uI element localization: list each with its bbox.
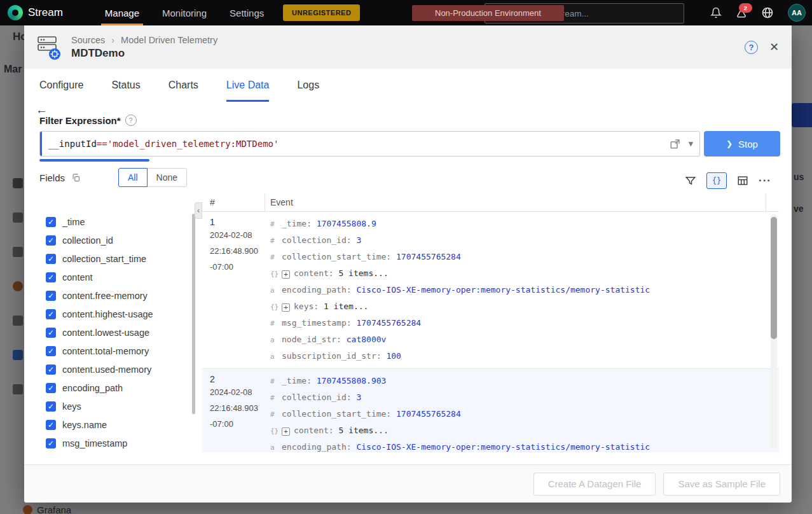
event-field-line: aencoding_path: Cisco-IOS-XE-memory-oper… [270,282,774,298]
help-icon[interactable]: ? [745,41,758,54]
type-obj-icon: {} [270,266,282,282]
source-icon [34,34,64,60]
stop-button[interactable]: ❯ Stop [704,131,780,156]
events-table: {} ··· # Event 12024-02-0822:16:48.900-0… [202,168,779,452]
save-sample-button[interactable]: Save as Sample File [663,473,780,496]
filter-help-icon[interactable]: ? [125,115,137,126]
field-row[interactable]: ✓keys [39,397,187,415]
tab-configure[interactable]: Configure [39,69,83,102]
lab-flask-icon[interactable]: 2 [736,7,747,18]
field-row[interactable]: ✓content.free-memory [39,286,187,305]
field-label: content.total-memory [62,346,149,356]
scrollbar-thumb[interactable] [771,217,777,339]
globe-help-icon[interactable] [761,6,774,19]
tab-logs[interactable]: Logs [297,69,319,102]
type-obj-icon: {} [270,299,282,315]
field-row[interactable]: ✓content.used-memory [39,360,187,379]
column-header-num[interactable]: # [202,193,265,211]
notification-count-badge: 2 [739,3,752,13]
field-checkbox[interactable]: ✓ [46,272,56,282]
stop-button-label: Stop [738,139,758,149]
close-icon[interactable]: ✕ [769,40,779,54]
field-label: content.used-memory [62,365,151,375]
fields-scrollbar[interactable] [192,214,195,414]
field-checkbox[interactable]: ✓ [46,235,56,246]
expand-editor-icon[interactable] [670,138,681,149]
field-checkbox[interactable]: ✓ [46,420,56,430]
tab-charts[interactable]: Charts [169,69,198,102]
avatar[interactable]: AA [788,4,806,22]
modal-footer: Create A Datagen File Save as Sample Fil… [24,464,792,503]
type-num-icon: # [270,406,282,422]
event-cell: #_time: 1707455808.903#collection_id: 3#… [265,369,779,452]
table-row[interactable]: 12024-02-0822:16:48.900-07:00#_time: 170… [202,212,779,369]
field-checkbox[interactable]: ✓ [46,217,56,227]
field-checkbox[interactable]: ✓ [46,383,56,393]
filter-label-row: Filter Expression* ? [39,115,137,126]
brand[interactable]: Stream [8,5,63,20]
field-row[interactable]: ✓content.highest-usage [39,305,187,323]
field-row[interactable]: ✓collection_start_time [39,249,187,268]
event-field-line: #collection_start_time: 1707455765284 [270,406,774,422]
field-checkbox[interactable]: ✓ [46,346,56,356]
field-row[interactable]: ✓keys.name [39,415,187,434]
filter-expression-input[interactable]: __inputId=='model_driven_telemetry:MDTDe… [39,131,700,156]
field-row[interactable]: ✓content.lowest-usage [39,323,187,342]
expression-string: 'model_driven_telemetry:MDTDemo' [107,139,279,149]
tab-status[interactable]: Status [111,69,140,102]
chevron-down-icon[interactable]: ▼ [689,139,693,148]
type-num-icon: # [270,390,282,406]
fields-none-button[interactable]: None [147,168,187,187]
field-checkbox[interactable]: ✓ [46,291,56,301]
event-field-line: #collection_start_time: 1707455765284 [270,249,774,265]
more-options-icon[interactable]: ··· [759,174,771,187]
event-field-line: anode_id_str: cat8000v [270,331,774,348]
filter-funnel-icon[interactable] [685,175,696,186]
table-view-icon[interactable] [737,175,748,186]
type-str-icon: a [270,440,282,452]
field-checkbox[interactable]: ✓ [46,401,56,412]
field-checkbox[interactable]: ✓ [46,309,56,319]
breadcrumb-section[interactable]: Sources [71,35,105,45]
event-field-line: asubscription_id_str: 100 [270,348,774,365]
tab-bar: Configure Status Charts Live Data Logs [24,69,792,102]
copy-icon[interactable] [71,173,81,183]
type-str-icon: a [270,349,282,365]
type-num-icon: # [270,316,282,331]
column-header-event[interactable]: Event [265,193,766,211]
events-scrollbar[interactable] [771,214,777,448]
event-field-line: #_time: 1707455808.9 [270,216,774,232]
expand-icon[interactable]: + [282,303,290,312]
modal-titles: Sources › Model Driven Telemetry MDTDemo [71,35,217,60]
field-row[interactable]: ✓content [39,268,187,286]
field-row[interactable]: ✓_time [39,212,187,231]
expression-operator: == [97,139,107,149]
json-view-button[interactable]: {} [706,172,727,189]
event-field-line: {}+content: 5 items... [270,265,774,282]
event-field-line: #msg_timestamp: 1707455765284 [270,315,774,331]
table-row[interactable]: 22024-02-0822:16:48.903-07:00#_time: 170… [202,369,779,452]
collapse-panel-handle[interactable]: ‹ [195,202,202,219]
field-row[interactable]: ✓content.total-memory [39,342,187,360]
tab-live-data[interactable]: Live Data [226,69,270,102]
row-index-cell: 22024-02-0822:16:48.903-07:00 [202,369,265,452]
notifications-bell-icon[interactable] [710,7,722,18]
field-row[interactable]: ✓collection_id [39,231,187,249]
brand-name: Stream [28,6,63,19]
nav-monitoring[interactable]: Monitoring [151,0,218,25]
nav-settings[interactable]: Settings [218,0,275,25]
field-checkbox[interactable]: ✓ [46,438,56,448]
field-checkbox[interactable]: ✓ [46,254,56,264]
expand-icon[interactable]: + [282,427,290,436]
field-checkbox[interactable]: ✓ [46,328,56,338]
field-label: content [62,272,93,282]
create-datagen-button[interactable]: Create A Datagen File [533,473,656,496]
fields-all-button[interactable]: All [118,168,148,187]
field-checkbox[interactable]: ✓ [46,365,56,375]
type-num-icon: # [270,216,282,232]
nav-manage[interactable]: Manage [93,0,151,25]
expand-icon[interactable]: + [282,270,290,279]
field-row[interactable]: ✓msg_timestamp [39,434,187,452]
field-row[interactable]: ✓encoding_path [39,379,187,397]
field-label: content.free-memory [62,291,148,301]
